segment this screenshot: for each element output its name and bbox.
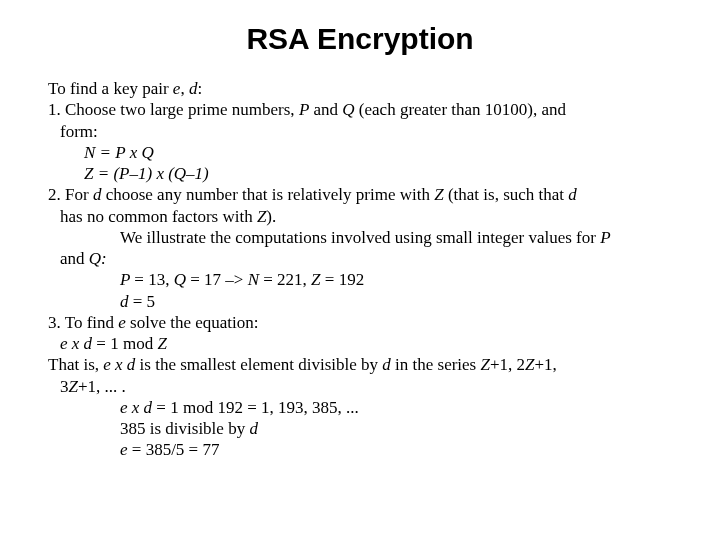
text: = 192 — [325, 270, 364, 289]
slide-body: To find a key pair e, d: 1. Choose two l… — [48, 78, 672, 461]
var-p: P — [600, 228, 610, 247]
step-2-line-2: has no common factors with Z). — [60, 206, 672, 227]
text: = 5 — [133, 292, 155, 311]
step-2-line-3: We illustrate the computations involved … — [120, 227, 672, 248]
expr-exd: e x d — [60, 334, 96, 353]
step-2-eq-2: d = 5 — [120, 291, 672, 312]
var-z: Z — [525, 355, 534, 374]
page-title: RSA Encryption — [48, 22, 672, 56]
var-q: Q: — [89, 249, 107, 268]
text: That is, — [48, 355, 103, 374]
var-d: d — [120, 292, 133, 311]
var-d: d — [568, 185, 577, 204]
text: 1. Choose two large prime numbers, — [48, 100, 299, 119]
step-2-line-4: and Q: — [60, 248, 672, 269]
text: choose any number that is relatively pri… — [106, 185, 435, 204]
var-z: Z — [434, 185, 448, 204]
text: = 17 –> — [190, 270, 247, 289]
var-z: Z — [257, 207, 266, 226]
var-d: d — [93, 185, 106, 204]
var-p: P — [299, 100, 309, 119]
equation-n: N = P x Q — [84, 142, 672, 163]
text: 3 — [60, 377, 69, 396]
text: = 385/5 = 77 — [132, 440, 220, 459]
text: and — [60, 249, 89, 268]
step-1-line-2: form: — [60, 121, 672, 142]
step-3-line-4: 385 is divisible by d — [120, 418, 672, 439]
text: ). — [266, 207, 276, 226]
step-3-line-2: That is, e x d is the smallest element d… — [48, 354, 672, 375]
text: form: — [60, 122, 98, 141]
text: has no common factors with — [60, 207, 257, 226]
text: , — [180, 79, 189, 98]
var-n: N — [248, 270, 264, 289]
text: solve the equation: — [130, 313, 258, 332]
var-q: Q — [342, 100, 354, 119]
expr-exd: e x d — [103, 355, 139, 374]
slide: RSA Encryption To find a key pair e, d: … — [0, 0, 720, 461]
equation-z: Z = (P–1) x (Q–1) — [84, 163, 672, 184]
step-3-eq-2: e x d = 1 mod 192 = 1, 193, 385, ... — [120, 397, 672, 418]
var-q: Q — [174, 270, 191, 289]
var-z: Z — [157, 334, 166, 353]
text: = 1 mod 192 = 1, 193, 385, ... — [156, 398, 358, 417]
var-e: e — [118, 313, 130, 332]
var-d: d — [382, 355, 395, 374]
step-3-line-3: 3Z+1, ... . — [60, 376, 672, 397]
text: (that is, such that — [448, 185, 568, 204]
step-3-eq-3: e = 385/5 = 77 — [120, 439, 672, 460]
expr-exd: e x d — [120, 398, 156, 417]
var-d: d — [249, 419, 258, 438]
text: We illustrate the computations involved … — [120, 228, 600, 247]
text: +1, 2 — [490, 355, 525, 374]
var-p: P — [120, 270, 134, 289]
text: +1, ... . — [78, 377, 126, 396]
text: in the series — [395, 355, 480, 374]
intro-line: To find a key pair e, d: — [48, 78, 672, 99]
text: 2. For — [48, 185, 93, 204]
step-2-line-1: 2. For d choose any number that is relat… — [48, 184, 672, 205]
step-1-line-1: 1. Choose two large prime numbers, P and… — [48, 99, 672, 120]
text: 385 is divisible by — [120, 419, 249, 438]
var-z: Z — [69, 377, 78, 396]
text: and — [309, 100, 342, 119]
var-z: Z — [311, 270, 325, 289]
step-2-eq-1: P = 13, Q = 17 –> N = 221, Z = 192 — [120, 269, 672, 290]
var-z: Z — [480, 355, 489, 374]
text: = 1 mod — [96, 334, 157, 353]
step-3-eq-1: e x d = 1 mod Z — [60, 333, 672, 354]
text: = 221, — [263, 270, 311, 289]
text: 3. To find — [48, 313, 118, 332]
text: +1, — [535, 355, 557, 374]
text: : — [197, 79, 202, 98]
text: = 13, — [134, 270, 173, 289]
text: is the smallest element divisible by — [140, 355, 383, 374]
text: (each greater than 10100), and — [355, 100, 566, 119]
step-3-line-1: 3. To find e solve the equation: — [48, 312, 672, 333]
var-e: e — [120, 440, 132, 459]
text: To find a key pair — [48, 79, 173, 98]
